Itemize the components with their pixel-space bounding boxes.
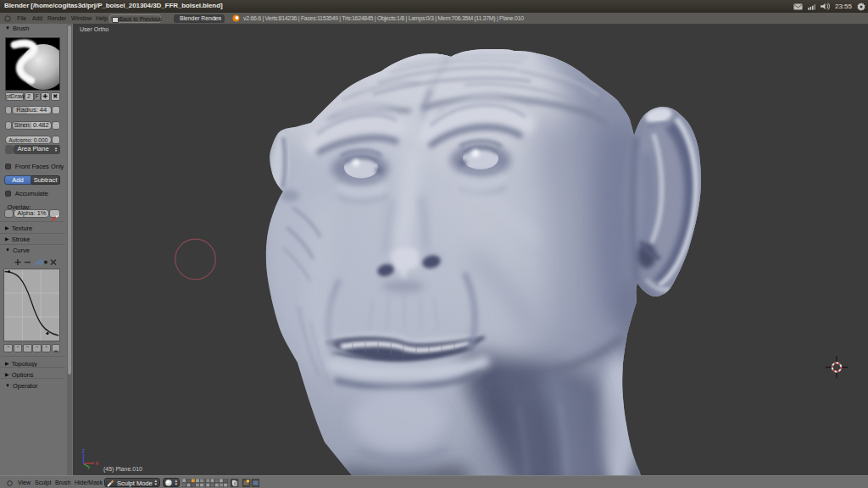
svg-text:X: X — [96, 461, 99, 466]
svg-text:y: y — [88, 464, 91, 469]
